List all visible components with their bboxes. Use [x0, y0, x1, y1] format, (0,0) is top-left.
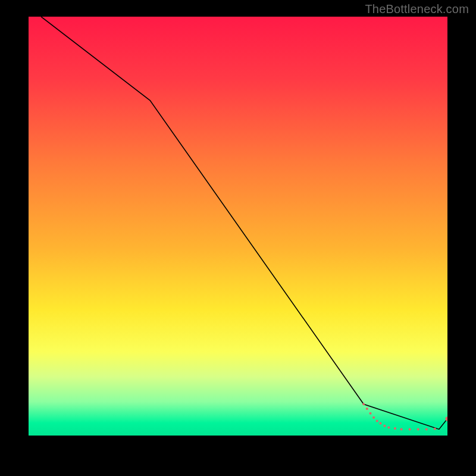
- data-point: [379, 422, 381, 425]
- data-point: [445, 416, 447, 421]
- data-point: [376, 419, 378, 422]
- data-point: [434, 428, 436, 430]
- data-point: [409, 428, 411, 430]
- plot-area: [29, 17, 447, 436]
- data-point: [400, 428, 403, 430]
- data-point: [362, 403, 365, 405]
- data-point: [383, 425, 386, 427]
- data-point: [425, 428, 428, 430]
- data-point: [387, 427, 390, 429]
- watermark-text: TheBottleneck.com: [365, 2, 469, 16]
- data-point: [417, 428, 419, 430]
- data-point: [366, 408, 368, 410]
- dot-series: [362, 403, 447, 430]
- curve-line: [41, 17, 447, 429]
- chart-stage: TheBottleneck.com: [0, 0, 476, 476]
- plot-svg: [29, 17, 447, 436]
- data-point: [372, 416, 375, 419]
- data-point: [394, 427, 396, 430]
- data-point: [369, 412, 372, 415]
